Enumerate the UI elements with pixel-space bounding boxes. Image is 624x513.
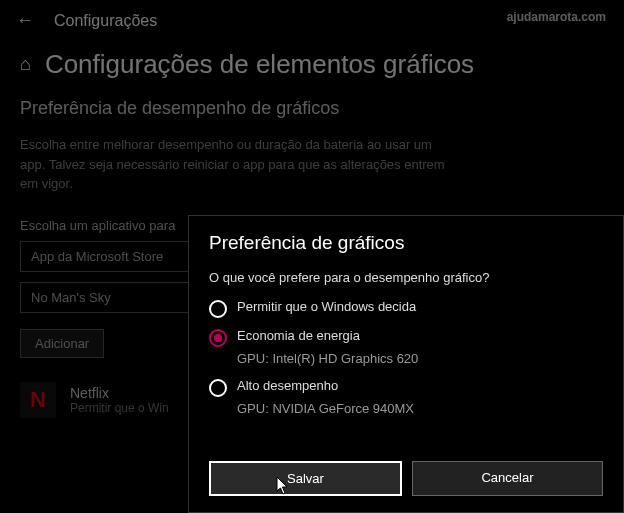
section-title: Preferência de desempenho de gráficos	[20, 98, 604, 119]
back-button[interactable]: ←	[16, 10, 34, 31]
topbar-title: Configurações	[54, 12, 157, 30]
radio-option-high-performance[interactable]: Alto desempenho	[209, 378, 603, 397]
home-icon[interactable]: ⌂	[20, 54, 31, 75]
app-icon: N	[20, 382, 56, 418]
page-title: Configurações de elementos gráficos	[45, 49, 474, 80]
radio-icon	[209, 300, 227, 318]
radio-option-power-saving[interactable]: Economia de energia	[209, 328, 603, 347]
radio-sublabel: GPU: Intel(R) HD Graphics 620	[237, 351, 603, 366]
app-name: Netflix	[70, 385, 169, 401]
dialog-question: O que você prefere para o desempenho grá…	[209, 270, 603, 285]
radio-sublabel: GPU: NVIDIA GeForce 940MX	[237, 401, 603, 416]
watermark: ajudamarota.com	[507, 10, 606, 24]
cancel-button[interactable]: Cancelar	[412, 461, 603, 496]
radio-label: Alto desempenho	[237, 378, 338, 393]
radio-option-windows-decide[interactable]: Permitir que o Windows decida	[209, 299, 603, 318]
section-description: Escolha entre melhorar desempenho ou dur…	[20, 135, 450, 194]
radio-icon	[209, 379, 227, 397]
radio-icon	[209, 329, 227, 347]
radio-label: Permitir que o Windows decida	[237, 299, 416, 314]
save-button[interactable]: Salvar	[209, 461, 402, 496]
app-subtitle: Permitir que o Win	[70, 401, 169, 415]
radio-label: Economia de energia	[237, 328, 360, 343]
add-button[interactable]: Adicionar	[20, 329, 104, 358]
graphics-preference-dialog: Preferência de gráficos O que você prefe…	[188, 215, 624, 513]
dialog-title: Preferência de gráficos	[209, 232, 603, 254]
